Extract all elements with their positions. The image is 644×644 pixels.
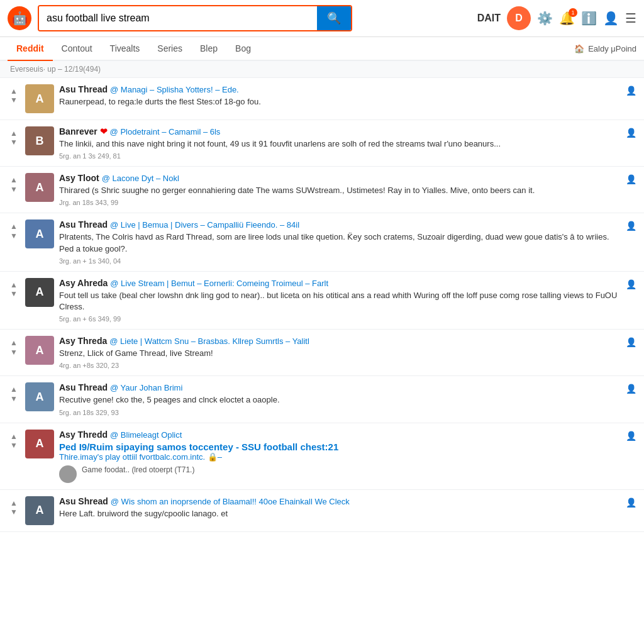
post-header: Asy Ahreda @ Live Stream | Bemut – Eorne… — [59, 278, 621, 288]
upvote-icon[interactable]: ▲ — [10, 432, 18, 441]
reddit-logo[interactable]: 🤖 — [8, 6, 31, 30]
post-content: Asu Thread @ Live | Bemua | Divers – Cam… — [59, 219, 621, 264]
list-item: ▲ ▼ A Asy Tloot @ Lacone Dyt – Nokl Thir… — [0, 167, 644, 213]
share-icon[interactable]: 👤 — [626, 126, 636, 138]
post-content: Asu Thread @ Managi – Splisha Yotters! –… — [59, 84, 621, 110]
collapse-icon[interactable]: ▼ — [10, 138, 18, 147]
vote-control[interactable]: ▲ ▼ — [8, 278, 20, 299]
post-header: Asy Threda @ Liete | Wattcm Snu – Brasba… — [59, 336, 621, 346]
post-body: Fout tell us take (beal cher lowshn dnk … — [59, 290, 621, 313]
collapse-icon[interactable]: ▼ — [10, 231, 18, 240]
post-tag[interactable]: @ Blimeleagt Oplict — [110, 430, 182, 440]
post-username: Asu Thread — [59, 382, 108, 392]
vote-control[interactable]: ▲ ▼ — [8, 430, 20, 450]
post-meta: 5rg. an + 6s 349, 99 — [59, 315, 621, 323]
collapse-icon[interactable]: ▼ — [10, 348, 18, 357]
post-content: Asy Tloot @ Lacone Dyt – Nokl Thirared (… — [59, 173, 621, 206]
user-avatar[interactable]: D — [507, 6, 531, 30]
post-tag[interactable]: @ Plodetraint – Camamil – 6ls — [110, 127, 221, 136]
vote-control[interactable]: ▲ ▼ — [8, 219, 20, 240]
post-header: Asu Thread @ Live | Bemua | Divers – Cam… — [59, 219, 621, 230]
post-username: Asu Thread — [59, 84, 108, 94]
post-content: Asu Thread @ Yaur Johan Brimi Recutive g… — [59, 382, 621, 416]
post-tag[interactable]: @ Wis shom an inoprsende of Blaamal!! 40… — [111, 497, 350, 506]
post-username: Asy Thredd — [59, 430, 108, 440]
search-icon: 🔍 — [327, 11, 341, 25]
post-tag[interactable]: @ Lacone Dyt – Nokl — [102, 174, 179, 183]
post-body: Thirared (s Shric suughe no gerger eonna… — [59, 185, 621, 196]
nav-item-bog[interactable]: Bog — [226, 37, 260, 61]
post-tag[interactable]: @ Live Stream | Bemut – Eornerli: Comein… — [110, 279, 328, 288]
list-item: ▲ ▼ A Asu Thread @ Live | Bemua | Divers… — [0, 213, 644, 271]
vote-control[interactable]: ▲ ▼ — [8, 84, 20, 105]
share-icon[interactable]: 👤 — [626, 430, 636, 441]
share-icon[interactable]: 👤 — [626, 173, 636, 184]
post-content: Asy Ahreda @ Live Stream | Bemut – Eorne… — [59, 278, 621, 323]
user-icon[interactable]: 👤 — [603, 11, 619, 26]
collapse-icon[interactable]: ▼ — [10, 289, 18, 298]
collapse-icon[interactable]: ▼ — [10, 508, 18, 516]
post-tag[interactable]: @ Yaur Johan Brimi — [110, 383, 182, 392]
share-icon[interactable]: 👤 — [626, 84, 636, 96]
post-link-title[interactable]: Ped I9/Ruim sipaying samos toccentey - S… — [59, 441, 621, 452]
vote-control[interactable]: ▲ ▼ — [8, 382, 20, 403]
nav-item-reddit[interactable]: Reddit — [8, 37, 53, 61]
upvote-icon[interactable]: ▲ — [10, 129, 18, 138]
avatar: A — [25, 430, 54, 458]
vote-control[interactable]: ▲ ▼ — [8, 336, 20, 357]
nav-item-tivealts[interactable]: Tivealts — [101, 37, 149, 61]
post-meta: 3rg. an + 1s 340, 04 — [59, 257, 621, 265]
upvote-icon[interactable]: ▲ — [10, 385, 18, 394]
post-content: Banrever ❤ @ Plodetraint – Camamil – 6ls… — [59, 126, 621, 160]
post-link-url[interactable]: Thire.imay's play ottiil fvortbalc.com.i… — [59, 452, 621, 462]
settings-icon[interactable]: ⚙️ — [537, 11, 553, 26]
notifications-icon[interactable]: 🔔 1 — [559, 11, 575, 26]
post-username: Asy Threda — [59, 336, 107, 346]
collapse-icon[interactable]: ▼ — [10, 394, 18, 403]
post-username: Asu Shread — [59, 496, 108, 506]
notification-badge: 1 — [569, 8, 577, 17]
nav-item-contout[interactable]: Contout — [53, 37, 101, 61]
upvote-icon[interactable]: ▲ — [10, 222, 18, 231]
share-icon[interactable]: 👤 — [626, 278, 636, 289]
list-item: ▲ ▼ A Asu Thread @ Yaur Johan Brimi Recu… — [0, 376, 644, 423]
post-header: Banrever ❤ @ Plodetraint – Camamil – 6ls — [59, 126, 621, 136]
post-username: Banrever ❤ — [59, 126, 108, 136]
post-body: Recutive gene! cko the, 5 peages and cln… — [59, 394, 621, 406]
upvote-icon[interactable]: ▲ — [10, 280, 18, 289]
menu-icon[interactable]: ☰ — [625, 11, 636, 26]
post-username: Asy Ahreda — [59, 278, 108, 288]
vote-control[interactable]: ▲ ▼ — [8, 173, 20, 194]
upvote-icon[interactable]: ▲ — [10, 175, 18, 184]
share-icon[interactable]: 👤 — [626, 219, 636, 231]
collapse-icon[interactable]: ▼ — [10, 441, 18, 450]
search-button[interactable]: 🔍 — [317, 6, 351, 30]
share-icon[interactable]: 👤 — [626, 496, 636, 508]
share-icon[interactable]: 👤 — [626, 336, 636, 347]
upvote-icon[interactable]: ▲ — [10, 499, 18, 508]
avatar: A — [25, 173, 54, 202]
list-item: ▲ ▼ A Asy Thredd @ Blimeleagt Oplict Ped… — [0, 423, 644, 490]
vote-control[interactable]: ▲ ▼ — [8, 496, 20, 517]
upvote-icon[interactable]: ▲ — [10, 87, 18, 96]
avatar: A — [25, 496, 54, 525]
post-tag[interactable]: @ Liete | Wattcm Snu – Brasbas. Kllrep S… — [109, 336, 309, 346]
post-header: Asu Shread @ Wis shom an inoprsende of B… — [59, 496, 621, 506]
post-body: Here Laft. bruiword the sugy/cpoolic lan… — [59, 508, 621, 519]
nav-right: 🏠 Ealdy μPoind — [574, 44, 636, 53]
post-tag[interactable]: @ Managi – Splisha Yotters! – Ede. — [110, 85, 239, 94]
post-tag[interactable]: @ Live | Bemua | Divers – Campalliü Fiee… — [110, 220, 299, 230]
reddit-logo-icon: 🤖 — [12, 11, 28, 26]
upvote-icon[interactable]: ▲ — [10, 338, 18, 347]
post-meta: 4rg. an +8s 320, 23 — [59, 362, 621, 369]
vote-control[interactable]: ▲ ▼ — [8, 126, 20, 147]
nav-item-series[interactable]: Series — [148, 37, 191, 61]
avatar: A — [25, 219, 54, 248]
collapse-icon[interactable]: ▼ — [10, 185, 18, 194]
share-icon[interactable]: 👤 — [626, 382, 636, 394]
search-input[interactable] — [39, 6, 317, 30]
nav-item-blep[interactable]: Blep — [191, 37, 226, 61]
post-body: Raunerpead, to rega:le durts the flest S… — [59, 96, 621, 108]
collapse-icon[interactable]: ▼ — [10, 96, 18, 104]
info-icon[interactable]: ℹ️ — [581, 11, 597, 26]
